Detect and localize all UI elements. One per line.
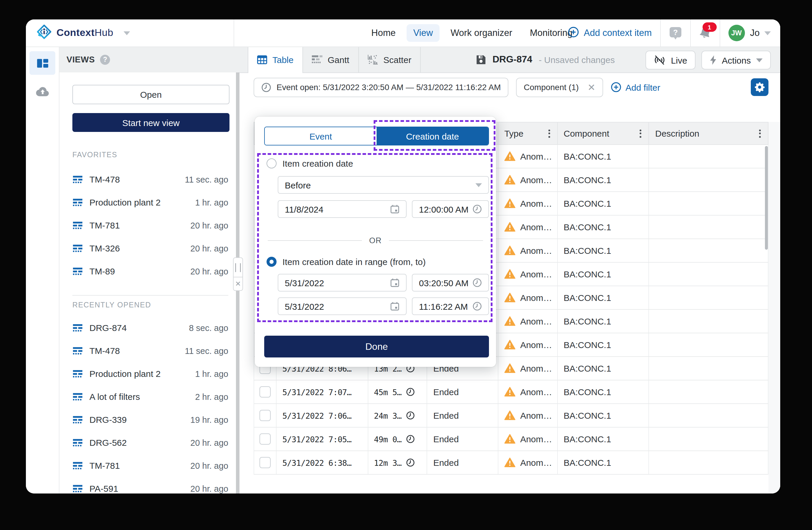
type-value: Anom…	[520, 198, 551, 208]
view-item-icon	[72, 345, 83, 356]
event-open-cell: 5/31/2022 6:38…	[277, 451, 368, 474]
row-checkbox-cell	[254, 380, 277, 403]
component-cell: BA:CONC.1	[558, 263, 649, 285]
calendar-icon[interactable]	[390, 302, 400, 311]
radio-selected-icon[interactable]	[266, 257, 277, 267]
user-menu-chevron-down-icon[interactable]	[764, 31, 771, 35]
item-creation-date-radio-row[interactable]: Item creation date	[266, 158, 353, 168]
recent-item-pa-591[interactable]: PA-59120 hr. ago	[59, 477, 236, 493]
description-cell	[649, 404, 768, 427]
actions-label: Actions	[722, 55, 751, 65]
operator-select[interactable]: Before	[278, 176, 489, 194]
view-item-name: DRG-339	[89, 415, 127, 424]
warning-icon	[504, 246, 516, 255]
clock-icon[interactable]	[473, 204, 482, 214]
recent-item-tm-781[interactable]: TM-78120 hr. ago	[59, 454, 236, 477]
column-menu-icon[interactable]	[758, 127, 762, 140]
done-button[interactable]: Done	[264, 336, 489, 358]
view-item-icon	[72, 220, 83, 231]
table-scrollbar[interactable]	[765, 146, 768, 250]
gear-icon	[754, 82, 765, 93]
save-icon[interactable]	[476, 55, 486, 65]
column-header-component[interactable]: Component	[558, 123, 649, 144]
type-value: Anom…	[520, 222, 551, 232]
warning-icon	[504, 434, 516, 444]
views-help-icon[interactable]: ?	[100, 55, 110, 65]
remove-component-filter-icon[interactable]: ✕	[588, 82, 595, 93]
recent-item-drg-874[interactable]: DRG-8748 sec. ago	[59, 316, 236, 339]
filter-bar: Event open: 5/31/2022 3:20:50 AM — 5/31/…	[240, 72, 780, 102]
cloud-upload-rail-button[interactable]	[29, 80, 55, 103]
column-header-type[interactable]: Type	[498, 123, 558, 144]
recent-item-a-lot-of-filters[interactable]: A lot of filters2 hr. ago	[59, 385, 236, 408]
start-new-view-button[interactable]: Start new view	[72, 113, 230, 132]
tab-event[interactable]: Event	[265, 127, 377, 145]
open-view-button[interactable]: Open	[72, 85, 230, 104]
clock-icon[interactable]	[473, 302, 482, 311]
radio-unselected-icon[interactable]	[266, 158, 277, 168]
view-tab-gantt[interactable]: Gantt	[303, 46, 359, 72]
favorite-item-tm-89[interactable]: TM-8920 hr. ago	[59, 260, 236, 283]
type-value: Anom…	[520, 434, 551, 444]
views-rail-button[interactable]	[29, 51, 55, 75]
tab-creation-date[interactable]: Creation date	[377, 127, 488, 145]
warning-icon	[504, 269, 516, 279]
favorite-item-tm-326[interactable]: TM-32620 hr. ago	[59, 237, 236, 260]
column-header-description[interactable]: Description	[649, 123, 768, 144]
row-checkbox[interactable]	[260, 410, 271, 421]
app-logo[interactable]: ContextHub	[37, 19, 130, 46]
single-time-input[interactable]: 12:00:00 AM	[412, 200, 489, 218]
component-cell: BA:CONC.1	[558, 310, 649, 333]
collapse-panel-button[interactable]: ✕	[233, 277, 243, 291]
row-checkbox[interactable]	[260, 433, 271, 445]
favorite-item-production-plant-2[interactable]: Production plant 21 hr. ago	[59, 191, 236, 214]
nav-item-home[interactable]: Home	[365, 24, 402, 42]
view-item-icon	[72, 174, 83, 185]
to-date-input[interactable]: 5/31/2022	[278, 297, 407, 315]
favorite-item-tm-478[interactable]: TM-47811 sec. ago	[59, 168, 236, 191]
nav-item-work-organizer[interactable]: Work organizer	[444, 24, 519, 42]
add-context-item-label: Add context item	[584, 28, 652, 38]
from-time-input[interactable]: 03:20:50 AM	[412, 274, 489, 292]
view-tab-scatter[interactable]: Scatter	[359, 46, 421, 72]
row-checkbox[interactable]	[260, 457, 271, 468]
nav-item-view[interactable]: View	[407, 24, 439, 42]
add-filter-button[interactable]: Add filter	[611, 82, 660, 93]
view-tab-table[interactable]: Table	[248, 46, 303, 73]
row-checkbox[interactable]	[260, 386, 271, 398]
logo-chevron-down-icon[interactable]	[124, 31, 130, 35]
favorite-item-tm-781[interactable]: TM-78120 hr. ago	[59, 214, 236, 237]
column-menu-icon[interactable]	[639, 127, 643, 140]
actions-button[interactable]: Actions	[701, 51, 771, 69]
single-date-input[interactable]: 11/8/2024	[278, 200, 407, 218]
add-context-item-button[interactable]: Add context item	[568, 26, 652, 40]
calendar-icon[interactable]	[390, 204, 400, 214]
type-cell: Anom…	[498, 380, 558, 403]
live-button[interactable]: Live	[646, 51, 696, 69]
clock-icon	[406, 435, 415, 444]
avatar[interactable]: JW	[728, 25, 745, 41]
calendar-icon[interactable]	[390, 278, 400, 288]
filter-mode-tabs: Event Creation date	[264, 127, 489, 145]
row-checkbox-cell	[254, 451, 277, 474]
document-title: DRG-874	[493, 54, 532, 65]
event-open-filter-chip[interactable]: Event open: 5/31/2022 3:20:50 AM — 5/31/…	[253, 78, 508, 97]
resize-grip-handle[interactable]	[233, 257, 243, 277]
from-date-value: 5/31/2022	[285, 278, 324, 288]
to-time-input[interactable]: 11:16:22 AM	[412, 297, 489, 315]
recent-item-tm-478[interactable]: TM-47811 sec. ago	[59, 339, 236, 362]
warning-icon	[504, 151, 516, 161]
column-menu-icon[interactable]	[547, 127, 551, 140]
help-button[interactable]: ?	[669, 26, 682, 40]
component-filter-chip[interactable]: Component (1) ✕	[516, 78, 603, 97]
notifications-button[interactable]: 1	[699, 27, 711, 40]
table-settings-button[interactable]	[751, 78, 768, 96]
top-bar: ContextHub HomeViewWork organizerMonitor…	[26, 19, 780, 47]
component-cell: BA:CONC.1	[558, 286, 649, 309]
clock-icon[interactable]	[473, 278, 482, 288]
recent-item-production-plant-2[interactable]: Production plant 21 hr. ago	[59, 362, 236, 385]
from-date-input[interactable]: 5/31/2022	[278, 274, 407, 292]
item-creation-range-radio-row[interactable]: Item creation date in range (from, to)	[266, 257, 426, 267]
recent-item-drg-562[interactable]: DRG-56220 hr. ago	[59, 431, 236, 454]
recent-item-drg-339[interactable]: DRG-33919 hr. ago	[59, 408, 236, 431]
